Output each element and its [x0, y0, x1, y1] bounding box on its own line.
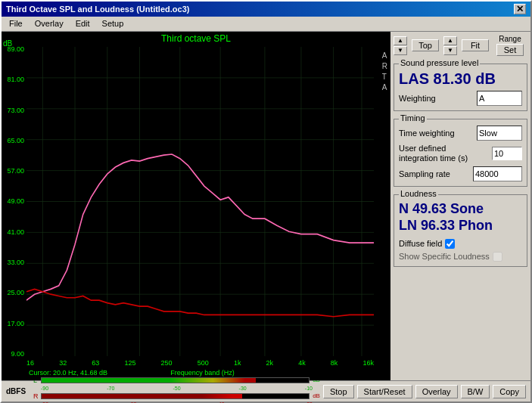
- diffuse-field-checkbox[interactable]: [445, 239, 455, 249]
- x-label-2k: 2k: [266, 359, 274, 367]
- diffuse-field-label: Diffuse field: [399, 239, 442, 248]
- diffuse-field-row: Diffuse field: [399, 239, 522, 249]
- x-label-8k: 8k: [331, 359, 338, 367]
- x-label-250: 250: [161, 359, 173, 367]
- weighting-row: Weighting A B C D: [399, 91, 522, 106]
- top-nav-group: ▲ ▼: [394, 36, 407, 55]
- l-channel-row: L dB: [33, 377, 320, 384]
- l-level-bar: [41, 377, 310, 383]
- fit-down-button[interactable]: ▼: [443, 46, 457, 55]
- r-db-unit: dB: [313, 392, 320, 399]
- y-label-1: 81.00: [2, 76, 26, 83]
- top-button[interactable]: Top: [412, 39, 439, 51]
- spl-group: Sound pressure level LAS 81.30 dB Weight…: [394, 64, 527, 111]
- timing-group-label: Timing: [399, 113, 427, 122]
- x-label-63: 63: [92, 359, 99, 367]
- loudness-line1: N 49.63 Sone: [399, 201, 522, 218]
- user-defined-row: User definedintegration time (s): [399, 144, 522, 163]
- y-label-6: 41.00: [2, 228, 26, 236]
- right-panel: ▲ ▼ Top ▲ ▼ Fit Range Set Sound pressure…: [390, 32, 530, 380]
- copy-button[interactable]: Copy: [493, 385, 526, 398]
- r-channel-label: R: [33, 392, 39, 400]
- sampling-rate-label: Sampling rate: [399, 169, 450, 178]
- fit-nav-group: ▲ ▼: [443, 36, 457, 55]
- menu-edit[interactable]: Edit: [71, 18, 95, 29]
- weighting-select[interactable]: A B C D: [477, 91, 522, 106]
- db-markers-l: -90 -70 -50 -30 -10: [33, 386, 320, 391]
- close-button[interactable]: ✕: [514, 4, 526, 14]
- y-label-8: 25.00: [2, 289, 26, 296]
- spl-group-label: Sound pressure level: [399, 58, 480, 67]
- menu-setup[interactable]: Setup: [98, 18, 129, 29]
- x-label-500: 500: [198, 359, 209, 367]
- bottom-bar: dBFS L dB -90 -70 -50 -30 -10 R: [2, 380, 530, 401]
- main-window: Third Octave SPL and Loudness (Untitled.…: [0, 0, 532, 403]
- title-bar: Third Octave SPL and Loudness (Untitled.…: [2, 2, 530, 17]
- menu-bar: File Overlay Edit Setup: [2, 17, 530, 32]
- y-label-0: 89.00: [2, 45, 26, 53]
- level-bars: L dB -90 -70 -50 -30 -10 R dB: [33, 377, 320, 404]
- top-controls: ▲ ▼ Top ▲ ▼ Fit Range Set: [394, 35, 527, 56]
- time-weighting-select[interactable]: Fast Slow Impulse: [477, 126, 522, 141]
- x-label-16k: 16k: [362, 359, 374, 367]
- chart-svg: [26, 47, 374, 356]
- range-group: Range Set: [496, 35, 524, 56]
- x-labels: 16 32 63 125 250 500 1k 2k 4k 8k 16k: [26, 359, 374, 367]
- time-weighting-label: Time weighting: [399, 129, 455, 138]
- menu-overlay[interactable]: Overlay: [30, 18, 68, 29]
- x-label-1k: 1k: [234, 359, 241, 367]
- overlay-button[interactable]: Overlay: [415, 385, 458, 398]
- sampling-rate-row: Sampling rate 44100 48000 96000: [399, 166, 522, 181]
- y-label-9: 17.00: [2, 320, 26, 327]
- y-label-10: 9.00: [2, 350, 26, 358]
- fit-button[interactable]: Fit: [462, 39, 489, 51]
- show-specific-checkbox[interactable]: [493, 252, 502, 262]
- show-specific-label: Show Specific Loudness: [399, 252, 490, 261]
- start-reset-button[interactable]: Start/Reset: [357, 385, 412, 398]
- fit-up-button[interactable]: ▲: [443, 36, 457, 45]
- timing-group: Timing Time weighting Fast Slow Impulse …: [394, 119, 527, 187]
- show-specific-row: Show Specific Loudness: [399, 252, 522, 262]
- x-axis-title: Frequency band (Hz): [170, 369, 235, 377]
- y-labels: 89.00 81.00 73.00 65.00 57.00 49.00 41.0…: [2, 45, 26, 358]
- menu-file[interactable]: File: [5, 18, 27, 29]
- window-title: Third Octave SPL and Loudness (Untitled.…: [6, 5, 189, 14]
- y-label-3: 65.00: [2, 137, 26, 144]
- weighting-label: Weighting: [399, 94, 436, 103]
- loudness-group-label: Loudness: [399, 189, 438, 198]
- x-label-125: 125: [124, 359, 135, 367]
- loudness-line2: LN 96.33 Phon: [399, 218, 522, 234]
- x-label-16: 16: [26, 359, 34, 367]
- top-up-button[interactable]: ▲: [394, 36, 407, 45]
- spl-value-container: LAS 81.30 dB: [399, 70, 522, 88]
- bw-button[interactable]: B/W: [461, 385, 490, 398]
- x-label-4k: 4k: [298, 359, 306, 367]
- y-label-7: 33.00: [2, 259, 26, 266]
- stop-button[interactable]: Stop: [323, 385, 354, 398]
- user-defined-label: User definedintegration time (s): [399, 144, 468, 163]
- loudness-values: N 49.63 Sone LN 96.33 Phon: [399, 201, 522, 234]
- arta-watermark: A R T A: [382, 51, 387, 93]
- y-label-4: 57.00: [2, 167, 26, 175]
- dbfs-label: dBFS: [6, 387, 30, 395]
- set-button[interactable]: Set: [496, 44, 524, 56]
- action-buttons: Stop Start/Reset Overlay B/W Copy: [323, 385, 526, 398]
- l-level-fill: [42, 378, 256, 383]
- chart-title: Third octave SPL: [2, 33, 390, 44]
- main-content: Third octave SPL dB 89.00 81.00 73.00 65…: [2, 32, 530, 380]
- sampling-rate-select[interactable]: 44100 48000 96000: [473, 166, 522, 181]
- time-weighting-row: Time weighting Fast Slow Impulse: [399, 126, 522, 141]
- chart-area: Third octave SPL dB 89.00 81.00 73.00 65…: [2, 32, 390, 380]
- cursor-info: Cursor: 20.0 Hz, 41.68 dB: [29, 369, 107, 377]
- spl-value: LAS 81.30 dB: [399, 70, 496, 87]
- top-down-button[interactable]: ▼: [394, 46, 407, 55]
- user-defined-input[interactable]: [492, 147, 522, 160]
- loudness-group: Loudness N 49.63 Sone LN 96.33 Phon Diff…: [394, 194, 527, 266]
- y-label-5: 49.00: [2, 197, 26, 205]
- y-label-2: 73.00: [2, 107, 26, 114]
- r-level-fill: [42, 394, 242, 398]
- r-channel-row: R dB: [33, 392, 320, 400]
- x-label-32: 32: [59, 359, 67, 367]
- r-level-bar: [41, 393, 310, 399]
- range-label: Range: [499, 35, 521, 43]
